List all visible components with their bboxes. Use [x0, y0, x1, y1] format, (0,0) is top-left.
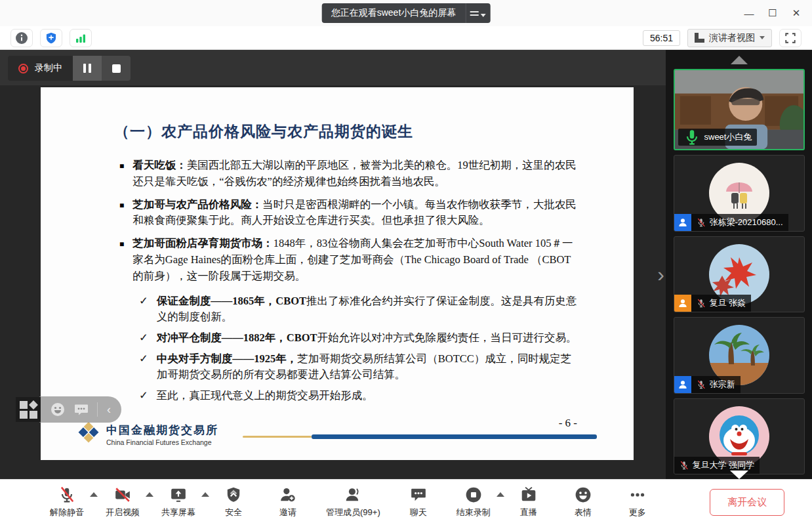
- bullet-lead: 看天吃饭：: [132, 159, 187, 171]
- stop-recording-button[interactable]: [102, 56, 131, 81]
- screen-share-stage: 录制中 （一）农产品价格风险与农产品期货的诞生 ■ 看天吃饭：美国西北部五大湖以…: [0, 50, 666, 479]
- check-item: ✓ 至此，真正现代意义上的期货交易开始形成。: [139, 388, 581, 404]
- bullet-square-icon: ■: [119, 200, 124, 230]
- end-recording-button[interactable]: 结束录制: [457, 486, 491, 518]
- participant-tile-speaker[interactable]: sweet小白兔: [674, 69, 805, 150]
- participant-name: 复旦大学 强同学: [693, 459, 755, 471]
- scroll-down-arrow[interactable]: [730, 471, 748, 479]
- meeting-timer: 56:51: [643, 30, 680, 46]
- leave-meeting-button[interactable]: 离开会议: [710, 489, 784, 516]
- mic-muted-icon: [58, 486, 75, 503]
- apps-grid-button[interactable]: [16, 397, 41, 422]
- logo-name-cn: 中国金融期货交易所: [106, 423, 218, 438]
- meeting-info-button[interactable]: [10, 29, 33, 47]
- checkmark-icon: ✓: [139, 351, 148, 383]
- invite-button[interactable]: 邀请: [272, 486, 304, 518]
- check-text: 至此，真正现代意义上的期货交易开始形成。: [157, 389, 373, 402]
- stop-icon: [112, 64, 121, 73]
- participant-name: 张宗新: [710, 379, 735, 390]
- video-options-caret[interactable]: [146, 492, 153, 497]
- meeting-content: 录制中 （一）农产品价格风险与农产品期货的诞生 ■ 看天吃饭：美国西北部五大湖以…: [0, 50, 812, 479]
- slide-page-number: - 6 -: [559, 417, 577, 430]
- participant-name-bar: sweet小白兔: [678, 129, 758, 146]
- minimize-button[interactable]: —: [737, 8, 761, 19]
- logo-name-en: China Financial Futures Exchange: [106, 438, 218, 446]
- chevron-down-icon: [481, 14, 486, 17]
- record-dot-icon: [18, 64, 28, 74]
- chat-button[interactable]: 聊天: [402, 486, 435, 518]
- bullet-item: ■ 看天吃饭：美国西北部五大湖以南的平原地区，被誉为北美的粮仓。19世纪初期，这…: [119, 158, 579, 190]
- share-options-caret[interactable]: [201, 492, 209, 497]
- unmute-button[interactable]: 解除静音: [50, 486, 84, 518]
- start-video-button[interactable]: 开启视频: [106, 486, 140, 518]
- collapse-toolbar-arrow[interactable]: ‹: [106, 403, 112, 417]
- participant-tile[interactable]: 张栋梁-20210680...: [674, 155, 805, 231]
- role-badge-icon: [674, 214, 691, 231]
- more-dots-icon: [629, 486, 646, 503]
- grid-icon: [20, 401, 28, 409]
- signal-bars-icon: [74, 32, 87, 45]
- fullscreen-icon: [784, 32, 796, 44]
- emoji-reaction-icon[interactable]: [50, 402, 66, 417]
- hamburger-icon: [470, 11, 479, 16]
- reaction-chat-pill: ‹: [39, 396, 121, 423]
- participant-name-bar: 复旦 张焱: [674, 295, 752, 312]
- bottom-toolbar: 解除静音 开启视频 共享屏幕 安全 邀请 管理成员(99+) 聊天 结束录制 直…: [0, 479, 812, 525]
- participant-tile[interactable]: 复旦大学 强同学: [674, 398, 805, 474]
- participant-tile[interactable]: 复旦 张焱: [674, 236, 805, 312]
- check-item: ✓ 中央对手方制度——1925年，芝加哥期货交易所结算公司（BOTCC）成立，同…: [139, 351, 581, 383]
- mic-muted-icon: [697, 218, 706, 227]
- pause-recording-button[interactable]: [73, 56, 102, 81]
- slide-footer-logo: 中国金融期货交易所 China Financial Futures Exchan…: [76, 422, 218, 447]
- security-shield-icon: [225, 486, 242, 503]
- recording-status: 录制中: [8, 56, 73, 81]
- window-titlebar: 您正在观看sweet小白兔的屏幕 — ☐ ✕: [0, 0, 812, 26]
- pause-icon: [83, 64, 86, 73]
- bullet-item: ■ 芝加哥面粉店孕育期货市场：1848年，83位谷物商人集会在芝加哥市中心Sou…: [119, 236, 579, 284]
- emoji-icon: [575, 486, 592, 503]
- presentation-slide: （一）农产品价格风险与农产品期货的诞生 ■ 看天吃饭：美国西北部五大湖以南的平原…: [41, 87, 634, 460]
- role-badge-icon: [674, 376, 691, 393]
- participant-name-bar: 张栋梁-20210680...: [674, 214, 788, 231]
- banner-menu-button[interactable]: [465, 3, 490, 23]
- reactions-button[interactable]: 表情: [567, 486, 599, 518]
- participant-tile[interactable]: 张宗新: [674, 317, 805, 393]
- mic-options-caret[interactable]: [90, 492, 98, 497]
- chevron-down-icon: [760, 36, 765, 39]
- next-slide-arrow[interactable]: ›: [657, 264, 664, 285]
- check-lead: 对冲平仓制度——1882年，CBOT: [157, 331, 317, 344]
- participant-name-bar: 张宗新: [674, 376, 741, 393]
- view-mode-selector[interactable]: 演讲者视图: [687, 29, 772, 47]
- checkmark-icon: ✓: [139, 330, 148, 346]
- stop-recording-icon: [465, 486, 482, 503]
- role-badge-icon: [674, 295, 691, 312]
- slide-bullets: ■ 看天吃饭：美国西北部五大湖以南的平原地区，被誉为北美的粮仓。19世纪初期，这…: [119, 158, 579, 284]
- camera-muted-icon: [114, 486, 131, 503]
- screen-watch-banner-text: 您正在观看sweet小白兔的屏幕: [322, 7, 466, 19]
- recording-options-caret[interactable]: [497, 492, 504, 497]
- bullet-text: 美国西北部五大湖以南的平原地区，被誉为北美的粮仓。19世纪初期，这里的农民还只是…: [132, 159, 577, 188]
- checkmark-icon: ✓: [139, 293, 148, 325]
- chat-bubble-icon[interactable]: [73, 402, 89, 417]
- slide-check-list: ✓ 保证金制度——1865年，CBOT推出了标准化合约并实行了保证金制度。这是具…: [139, 293, 581, 404]
- check-lead: 中央对手方制度——1925年，: [157, 352, 298, 365]
- chat-icon: [410, 486, 427, 503]
- view-mode-label: 演讲者视图: [709, 32, 755, 44]
- fullscreen-button[interactable]: [779, 29, 802, 47]
- check-item: ✓ 对冲平仓制度——1882年，CBOT开始允许以对冲方式免除履约责任，当日可进…: [139, 330, 581, 346]
- scroll-up-arrow[interactable]: [731, 56, 748, 64]
- more-button[interactable]: 更多: [621, 486, 654, 518]
- shield-plus-icon: [45, 32, 58, 45]
- share-screen-button[interactable]: 共享屏幕: [161, 486, 195, 518]
- manage-members-button[interactable]: 管理成员(99+): [326, 486, 380, 518]
- live-stream-button[interactable]: 直播: [512, 486, 545, 518]
- members-icon: [344, 486, 361, 503]
- maximize-button[interactable]: ☐: [761, 7, 784, 19]
- participant-name: sweet小白兔: [704, 131, 752, 143]
- close-button[interactable]: ✕: [784, 7, 808, 19]
- security-status-button[interactable]: [40, 29, 62, 47]
- live-tv-icon: [520, 486, 537, 503]
- recording-status-label: 录制中: [35, 62, 62, 74]
- security-button[interactable]: 安全: [217, 486, 250, 518]
- network-status-button[interactable]: [70, 29, 92, 47]
